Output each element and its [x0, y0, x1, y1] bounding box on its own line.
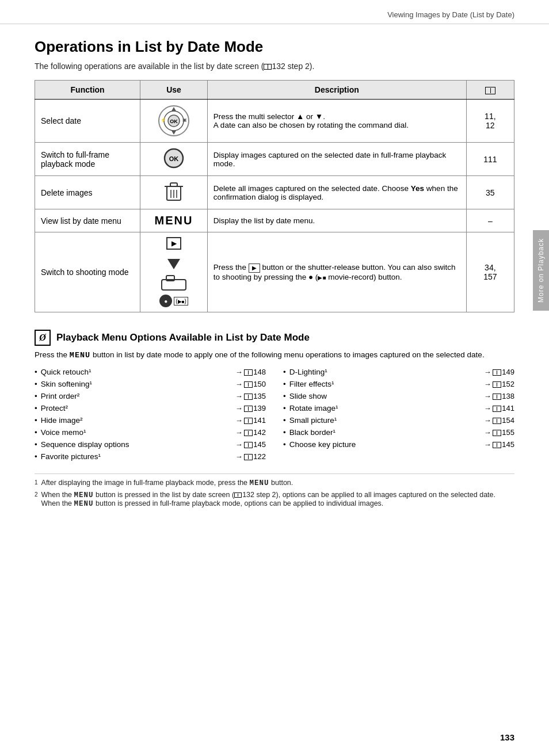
function-fullframe: Switch to full-frame playback mode: [35, 143, 140, 176]
item-ref: → 150: [235, 380, 266, 388]
desc-fullframe: Display images captured on the selected …: [207, 143, 466, 176]
item-ref: → 142: [235, 428, 266, 437]
item-name: Favorite pictures¹: [41, 452, 235, 461]
bullet: •: [283, 440, 286, 449]
footnote: 2 When the MENU button is pressed in the…: [35, 491, 514, 508]
desc-menu: Display the list by date menu.: [207, 209, 466, 232]
item-name: Hide image²: [41, 416, 235, 425]
item-name: Black border¹: [289, 428, 484, 437]
item-name: Voice memo¹: [41, 428, 235, 437]
list-item: • D-Lighting¹ → 149: [283, 368, 514, 376]
item-ref: → 122: [235, 452, 266, 461]
item-name: Quick retouch¹: [41, 368, 235, 376]
right-menu-col: • D-Lighting¹ → 149 • Filter effects¹ → …: [283, 368, 514, 464]
item-name: D-Lighting¹: [289, 368, 484, 376]
list-item: • Hide image² → 141: [35, 416, 266, 425]
footnote: 1 After displaying the image in full-fra…: [35, 479, 514, 487]
svg-text:OK: OK: [170, 119, 178, 124]
item-ref: → 155: [484, 428, 514, 437]
ref-fullframe: 111: [466, 143, 514, 176]
bullet: •: [283, 380, 286, 388]
bullet: •: [283, 404, 286, 413]
item-ref: → 154: [484, 416, 514, 425]
svg-marker-16: [167, 259, 180, 269]
bullet: •: [35, 452, 37, 461]
col-header-use: Use: [140, 81, 208, 100]
table-row: Switch to shooting mode ▶: [35, 232, 514, 312]
play-button-icon: ▶: [166, 237, 181, 250]
bullet: •: [35, 416, 37, 425]
section-heading: Playback Menu Options Available in List …: [56, 332, 310, 343]
switch-icons: ▶ ● (▶■): [146, 237, 201, 307]
list-item: • Quick retouch¹ → 148: [35, 368, 266, 376]
list-item: • Favorite pictures¹ → 122: [35, 452, 266, 461]
menu-lists: • Quick retouch¹ → 148 • Skin softening¹…: [35, 368, 514, 464]
item-name: Filter effects¹: [289, 380, 484, 388]
list-item: • Voice memo¹ → 142: [35, 428, 266, 437]
bullet: •: [283, 392, 286, 400]
desc-delete: Delete all images captured on the select…: [207, 176, 466, 209]
item-ref: → 145: [235, 440, 266, 449]
col-header-desc: Description: [207, 81, 466, 100]
ok-ring-icon: OK ⚡ ▣: [157, 104, 190, 138]
ref-shoot: 34,157: [466, 232, 514, 312]
list-item: • Black border¹ → 155: [283, 428, 514, 437]
delete-icon: [165, 181, 183, 203]
bullet: •: [283, 416, 286, 425]
operations-table: Function Use Description Select date: [35, 80, 514, 312]
list-item: • Skin softening¹ → 150: [35, 380, 266, 388]
list-item: • Slide show → 138: [283, 392, 514, 400]
footnotes: 1 After displaying the image in full-fra…: [35, 474, 514, 508]
ok-simple-icon: OK: [163, 147, 185, 169]
bullet: •: [35, 428, 37, 437]
item-name: Slide show: [289, 392, 484, 400]
bullet: •: [35, 440, 37, 449]
bullet: •: [35, 404, 37, 413]
intro-text: The following operations are available i…: [35, 62, 514, 71]
ref-delete: 35: [466, 176, 514, 209]
footnote-text: When the MENU button is pressed in the l…: [41, 491, 514, 508]
table-row: Select date OK: [35, 100, 514, 143]
function-menu: View list by date menu: [35, 209, 140, 232]
col-header-ref: [466, 81, 514, 100]
svg-text:⚡: ⚡: [161, 117, 166, 123]
function-delete: Delete images: [35, 176, 140, 209]
list-item: • Sequence display options → 145: [35, 440, 266, 449]
item-name: Rotate image¹: [289, 404, 484, 413]
ref-menu: –: [466, 209, 514, 232]
movie-record-icon: ● (▶■): [159, 295, 188, 307]
bullet: •: [35, 392, 37, 400]
section-intro: Press the MENU button in list by date mo…: [35, 350, 514, 360]
side-tab: More on Playback: [533, 230, 549, 311]
svg-text:OK: OK: [169, 155, 179, 162]
list-item: • Print order² → 135: [35, 392, 266, 400]
bullet: •: [35, 368, 37, 376]
svg-rect-12: [170, 183, 177, 186]
desc-shoot: Press the ▶ button or the shutter-releas…: [207, 232, 466, 312]
left-menu-col: • Quick retouch¹ → 148 • Skin softening¹…: [35, 368, 266, 464]
page-title: Operations in List by Date Mode: [35, 38, 514, 56]
page-header: Viewing Images by Date (List by Date): [0, 0, 549, 24]
item-ref: → 148: [235, 368, 266, 376]
item-ref: → 138: [484, 392, 514, 400]
list-item: • Choose key picture → 145: [283, 440, 514, 449]
table-row: View list by date menu MENU Display the …: [35, 209, 514, 232]
footnote-num: 2: [35, 491, 38, 508]
bullet: •: [283, 428, 286, 437]
item-name: Choose key picture: [289, 440, 484, 449]
svg-marker-5: [171, 131, 176, 135]
item-ref: → 141: [235, 416, 266, 425]
use-shoot: ▶ ● (▶■): [140, 232, 208, 312]
svg-text:▣: ▣: [182, 117, 187, 123]
item-ref: → 149: [484, 368, 514, 376]
item-name: Small picture¹: [289, 416, 484, 425]
footnote-num: 1: [35, 479, 38, 487]
function-select-date: Select date: [35, 100, 140, 143]
bullet: •: [283, 368, 286, 376]
use-select-date: OK ⚡ ▣: [140, 100, 208, 143]
list-item: • Rotate image¹ → 141: [283, 404, 514, 413]
item-ref: → 141: [484, 404, 514, 413]
list-item: • Protect² → 139: [35, 404, 266, 413]
function-shoot: Switch to shooting mode: [35, 232, 140, 312]
note-icon: Ø: [35, 330, 51, 346]
